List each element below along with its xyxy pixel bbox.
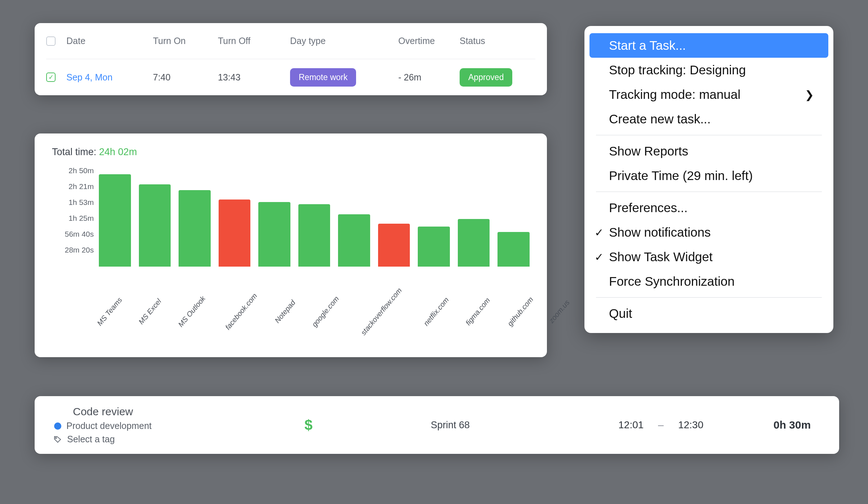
- menu-force-sync-label: Force Synchronization: [609, 274, 735, 289]
- project-color-dot: [54, 422, 61, 430]
- cell-overtime: - 26m: [398, 72, 460, 83]
- tray-context-menu: Start a Task... Stop tracking: Designing…: [584, 26, 833, 333]
- task-project-row[interactable]: Product development: [52, 421, 304, 431]
- bar-column[interactable]: [179, 190, 211, 267]
- menu-quit-label: Quit: [609, 306, 632, 321]
- menu-show-notifications[interactable]: ✓ Show notifications: [589, 220, 828, 245]
- menu-start-task[interactable]: Start a Task...: [589, 33, 828, 58]
- bar-column[interactable]: [219, 200, 251, 267]
- menu-tracking-mode-label: Tracking mode: manual: [609, 87, 740, 102]
- dollar-icon: $: [304, 417, 312, 433]
- y-tick: 2h 50m: [52, 166, 99, 182]
- select-all-checkbox[interactable]: [46, 36, 56, 46]
- menu-start-task-label: Start a Task...: [609, 38, 686, 53]
- day-type-badge: Remote work: [290, 68, 356, 87]
- cell-turn-off: 13:43: [218, 72, 290, 83]
- th-turn-off: Turn Off: [218, 36, 290, 46]
- check-icon: ✓: [595, 251, 604, 263]
- table-header: Date Turn On Turn Off Day type Overtime …: [46, 23, 535, 59]
- menu-private-time[interactable]: Private Time (29 min. left): [589, 163, 828, 188]
- bar-column[interactable]: [338, 214, 370, 267]
- menu-separator: [596, 192, 822, 192]
- menu-show-task-widget[interactable]: ✓ Show Task Widget: [589, 245, 828, 269]
- menu-stop-tracking-label: Stop tracking: Designing: [609, 63, 746, 77]
- bar-column[interactable]: [99, 174, 131, 267]
- task-entry-bar: Code review Product development Select a…: [35, 396, 839, 454]
- chart-title-value: 24h 02m: [99, 146, 137, 157]
- status-badge: Approved: [460, 68, 512, 87]
- bar: [458, 219, 490, 267]
- bar: [219, 200, 251, 267]
- th-overtime: Overtime: [398, 36, 460, 46]
- menu-show-reports-label: Show Reports: [609, 144, 688, 158]
- time-start: 12:01: [618, 419, 644, 431]
- bar-column[interactable]: [298, 204, 330, 267]
- billable-toggle[interactable]: $: [304, 417, 431, 433]
- bar-column[interactable]: [418, 227, 450, 267]
- y-tick: 1h 25m: [52, 214, 99, 230]
- menu-show-task-widget-label: Show Task Widget: [609, 250, 713, 264]
- bar: [179, 190, 211, 267]
- menu-preferences[interactable]: Preferences...: [589, 196, 828, 220]
- bar-column[interactable]: [139, 184, 171, 267]
- menu-quit[interactable]: Quit: [589, 301, 828, 326]
- x-axis: MS TeamsMS ExcelMS Outlookfacebook.comNo…: [99, 289, 530, 350]
- menu-stop-tracking[interactable]: Stop tracking: Designing: [589, 58, 828, 82]
- chevron-right-icon: ❯: [805, 88, 814, 101]
- th-status: Status: [460, 36, 521, 46]
- menu-preferences-label: Preferences...: [609, 201, 688, 215]
- y-tick: 28m 20s: [52, 246, 99, 262]
- menu-create-task[interactable]: Create new task...: [589, 107, 828, 131]
- time-dash: –: [658, 419, 664, 431]
- chart-area: 2h 50m2h 21m1h 53m1h 25m56m 40s28m 20s: [52, 163, 530, 289]
- bar: [298, 204, 330, 267]
- bar-column[interactable]: [497, 232, 530, 267]
- bar: [378, 224, 410, 267]
- task-time-range[interactable]: 12:01 – 12:30: [618, 419, 773, 431]
- menu-force-sync[interactable]: Force Synchronization: [589, 269, 828, 294]
- task-sprint[interactable]: Sprint 68: [431, 420, 618, 431]
- bar: [418, 227, 450, 267]
- menu-tracking-mode[interactable]: Tracking mode: manual ❯: [589, 82, 828, 107]
- bar: [497, 232, 530, 267]
- bar-column[interactable]: [258, 202, 290, 267]
- menu-create-task-label: Create new task...: [609, 112, 711, 126]
- y-tick: 2h 21m: [52, 182, 99, 198]
- menu-show-reports[interactable]: Show Reports: [589, 139, 828, 163]
- chart-bars: [99, 166, 530, 267]
- task-title[interactable]: Code review: [73, 406, 304, 418]
- menu-show-notifications-label: Show notifications: [609, 225, 711, 240]
- cell-day-type: Remote work: [290, 68, 398, 87]
- cell-status: Approved: [460, 68, 521, 87]
- task-tag-row[interactable]: Select a tag: [52, 434, 304, 444]
- row-checkbox[interactable]: ✓: [46, 73, 56, 82]
- cell-date[interactable]: Sep 4, Mon: [66, 72, 153, 83]
- th-date: Date: [66, 36, 153, 46]
- tag-icon: [53, 435, 62, 444]
- task-select-tag: Select a tag: [67, 434, 115, 444]
- th-day-type: Day type: [290, 36, 398, 46]
- y-tick: 1h 53m: [52, 198, 99, 214]
- menu-private-time-label: Private Time (29 min. left): [609, 168, 753, 183]
- menu-separator: [596, 297, 822, 298]
- table-row[interactable]: ✓ Sep 4, Mon 7:40 13:43 Remote work - 26…: [46, 59, 535, 95]
- bar: [338, 214, 370, 267]
- y-tick: 56m 40s: [52, 230, 99, 246]
- task-duration: 0h 30m: [773, 419, 849, 431]
- chart-title-prefix: Total time:: [52, 146, 99, 157]
- bar-column[interactable]: [378, 224, 410, 267]
- svg-point-0: [56, 437, 57, 438]
- th-turn-on: Turn On: [153, 36, 218, 46]
- usage-chart-card: Total time: 24h 02m 2h 50m2h 21m1h 53m1h…: [35, 133, 547, 357]
- task-left-block: Code review Product development Select a…: [52, 406, 304, 444]
- attendance-table-card: Date Turn On Turn Off Day type Overtime …: [35, 23, 547, 95]
- bar: [139, 184, 171, 267]
- bar: [99, 174, 131, 267]
- time-end: 12:30: [678, 419, 703, 431]
- menu-separator: [596, 135, 822, 135]
- cell-turn-on: 7:40: [153, 72, 218, 83]
- y-axis: 2h 50m2h 21m1h 53m1h 25m56m 40s28m 20s: [52, 163, 99, 289]
- bar-column[interactable]: [458, 219, 490, 267]
- task-project: Product development: [66, 421, 152, 431]
- chart-title: Total time: 24h 02m: [52, 146, 530, 158]
